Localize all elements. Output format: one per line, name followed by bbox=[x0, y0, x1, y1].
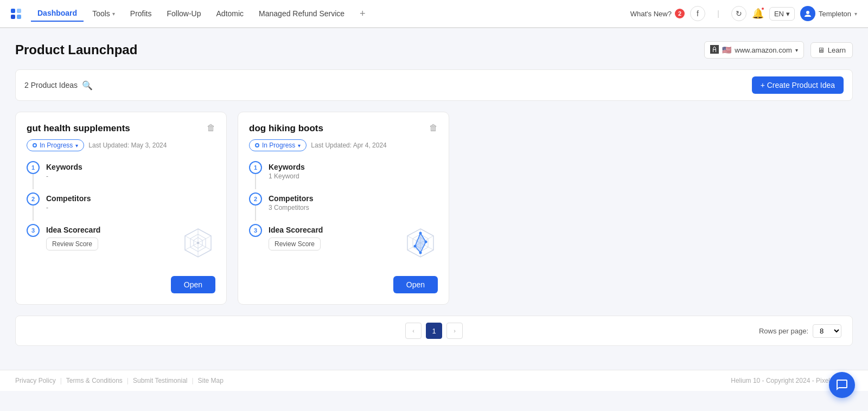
language-selector[interactable]: EN ▾ bbox=[769, 7, 795, 21]
nav-managed-refund[interactable]: Managed Refund Service bbox=[252, 6, 351, 21]
step-1-title: Keywords bbox=[46, 163, 215, 171]
site-map-link[interactable]: Site Map bbox=[198, 377, 224, 384]
nav-add-tab[interactable]: + bbox=[353, 5, 372, 23]
submit-testimonial-link[interactable]: Submit Testimonial bbox=[133, 377, 188, 384]
search-icon[interactable]: 🔍 bbox=[82, 80, 93, 91]
whats-new-badge: 2 bbox=[675, 9, 685, 18]
tools-chevron-icon: ▾ bbox=[112, 11, 115, 17]
step-2-num: 2 bbox=[249, 192, 262, 206]
card-2-scorecard-chart bbox=[403, 226, 438, 262]
user-avatar bbox=[800, 6, 815, 21]
facebook-icon[interactable]: f bbox=[690, 6, 705, 21]
step-1-num: 1 bbox=[249, 161, 262, 174]
pagination-bar: ‹ 1 › Rows per page: 8 16 24 bbox=[15, 316, 853, 346]
create-product-idea-button[interactable]: + Create Product Idea bbox=[752, 76, 844, 94]
next-page-button[interactable]: › bbox=[446, 323, 463, 339]
step-2-num: 2 bbox=[27, 192, 40, 206]
card-1-review-score-button[interactable]: Review Score bbox=[46, 237, 98, 251]
lang-chevron-icon: ▾ bbox=[786, 10, 790, 18]
us-flag-icon: 🇺🇸 bbox=[722, 46, 731, 54]
username-label: Templeton bbox=[819, 10, 851, 18]
step-2-title: Competitors bbox=[46, 194, 215, 203]
page-1-button[interactable]: 1 bbox=[426, 323, 442, 339]
status-chevron-icon: ▾ bbox=[298, 143, 301, 149]
amazon-selector[interactable]: 🅰 🇺🇸 www.amazon.com ▾ bbox=[704, 41, 803, 59]
step-1-sub: - bbox=[46, 172, 215, 180]
header-right: 🅰 🇺🇸 www.amazon.com ▾ 🖥 Learn bbox=[704, 41, 853, 59]
card-2-status-badge[interactable]: In Progress ▾ bbox=[249, 139, 307, 151]
navbar: Dashboard Tools ▾ Profits Follow-Up Adto… bbox=[0, 0, 868, 28]
step-2-sub: 3 Competitors bbox=[269, 204, 438, 211]
card-2-footer: Open bbox=[249, 276, 438, 293]
terms-link[interactable]: Terms & Conditions bbox=[66, 377, 123, 384]
card-1-steps: 1 Keywords - 2 Competitors - bbox=[27, 161, 215, 265]
card-1-meta: In Progress ▾ Last Updated: May 3, 2024 bbox=[27, 139, 215, 151]
learn-button[interactable]: 🖥 Learn bbox=[810, 42, 853, 58]
monitor-icon: 🖥 bbox=[818, 46, 825, 54]
product-card-2: dog hiking boots 🗑 In Progress ▾ Last Up… bbox=[238, 112, 449, 305]
card-2-title: dog hiking boots bbox=[249, 123, 323, 134]
amazon-chevron-icon: ▾ bbox=[795, 47, 798, 53]
nav-dashboard[interactable]: Dashboard bbox=[31, 5, 84, 22]
prev-page-button[interactable]: ‹ bbox=[405, 323, 422, 339]
card-1-step-1: 1 Keywords - bbox=[27, 161, 215, 189]
step-1-sub: 1 Keyword bbox=[269, 172, 438, 180]
app-logo[interactable] bbox=[11, 9, 21, 19]
notification-dot bbox=[761, 7, 765, 11]
page-body: Product Launchpad 🅰 🇺🇸 www.amazon.com ▾ … bbox=[0, 28, 868, 359]
card-2-header: dog hiking boots 🗑 bbox=[249, 123, 438, 134]
card-2-steps: 1 Keywords 1 Keyword 2 Competitors bbox=[249, 161, 438, 265]
page-title: Product Launchpad bbox=[15, 42, 137, 57]
product-card-1: gut health supplements 🗑 In Progress ▾ L… bbox=[15, 112, 227, 305]
whats-new-button[interactable]: What's New? 2 bbox=[630, 9, 685, 18]
rows-per-page-select[interactable]: 8 16 24 bbox=[813, 324, 841, 338]
privacy-policy-link[interactable]: Privacy Policy bbox=[15, 377, 56, 384]
status-dot-icon bbox=[33, 143, 37, 147]
toolbar: 2 Product Ideas 🔍 + Create Product Idea bbox=[15, 69, 853, 101]
card-1-footer: Open bbox=[27, 276, 215, 293]
step-1-num: 1 bbox=[27, 161, 40, 174]
card-2-open-button[interactable]: Open bbox=[393, 276, 438, 293]
card-1-status-badge[interactable]: In Progress ▾ bbox=[27, 139, 84, 151]
nav-tools[interactable]: Tools ▾ bbox=[86, 6, 122, 21]
svg-point-14 bbox=[419, 232, 422, 235]
nav-right: What's New? 2 f | ↻ 🔔 EN ▾ Templeton ▾ bbox=[630, 6, 857, 21]
card-1-delete-icon[interactable]: 🗑 bbox=[207, 123, 215, 133]
step-3-title: Idea Scorecard bbox=[269, 226, 323, 234]
notifications-icon[interactable]: 🔔 bbox=[752, 8, 764, 20]
card-1-step-3: 3 Idea Scorecard Review Score bbox=[27, 224, 215, 262]
separator-icon: | bbox=[711, 6, 726, 21]
user-menu[interactable]: Templeton ▾ bbox=[800, 6, 857, 21]
amazon-icon: 🅰 bbox=[710, 45, 719, 55]
card-1-last-updated: Last Updated: May 3, 2024 bbox=[88, 142, 167, 149]
nav-items: Dashboard Tools ▾ Profits Follow-Up Adto… bbox=[31, 5, 630, 23]
user-chevron-icon: ▾ bbox=[854, 11, 857, 17]
svg-point-16 bbox=[419, 252, 422, 254]
svg-point-17 bbox=[414, 245, 417, 248]
nav-adtomic[interactable]: Adtomic bbox=[210, 6, 251, 21]
step-3-num: 3 bbox=[249, 224, 262, 237]
card-2-last-updated: Last Updated: Apr 4, 2024 bbox=[311, 142, 386, 149]
svg-point-6 bbox=[197, 242, 199, 244]
footer-links: Privacy Policy | Terms & Conditions | Su… bbox=[15, 377, 224, 384]
svg-marker-13 bbox=[415, 233, 426, 253]
card-1-open-button[interactable]: Open bbox=[171, 276, 215, 293]
step-3-title: Idea Scorecard bbox=[46, 226, 100, 234]
card-2-review-score-button[interactable]: Review Score bbox=[269, 237, 321, 251]
page-header: Product Launchpad 🅰 🇺🇸 www.amazon.com ▾ … bbox=[15, 41, 853, 59]
step-3-num: 3 bbox=[27, 224, 40, 237]
card-1-step-2: 2 Competitors - bbox=[27, 192, 215, 221]
refresh-icon[interactable]: ↻ bbox=[731, 6, 746, 21]
status-chevron-icon: ▾ bbox=[75, 143, 78, 149]
card-2-meta: In Progress ▾ Last Updated: Apr 4, 2024 bbox=[249, 139, 438, 151]
product-count: 2 Product Ideas 🔍 bbox=[24, 80, 93, 91]
nav-followup[interactable]: Follow-Up bbox=[161, 6, 208, 21]
step-2-title: Competitors bbox=[269, 194, 438, 203]
nav-profits[interactable]: Profits bbox=[124, 6, 158, 21]
card-2-step-1: 1 Keywords 1 Keyword bbox=[249, 161, 438, 189]
status-dot-icon bbox=[255, 143, 259, 147]
step-2-sub: - bbox=[46, 204, 215, 211]
card-2-delete-icon[interactable]: 🗑 bbox=[429, 123, 438, 133]
card-1-header: gut health supplements 🗑 bbox=[27, 123, 215, 134]
cards-grid: gut health supplements 🗑 In Progress ▾ L… bbox=[15, 112, 853, 305]
